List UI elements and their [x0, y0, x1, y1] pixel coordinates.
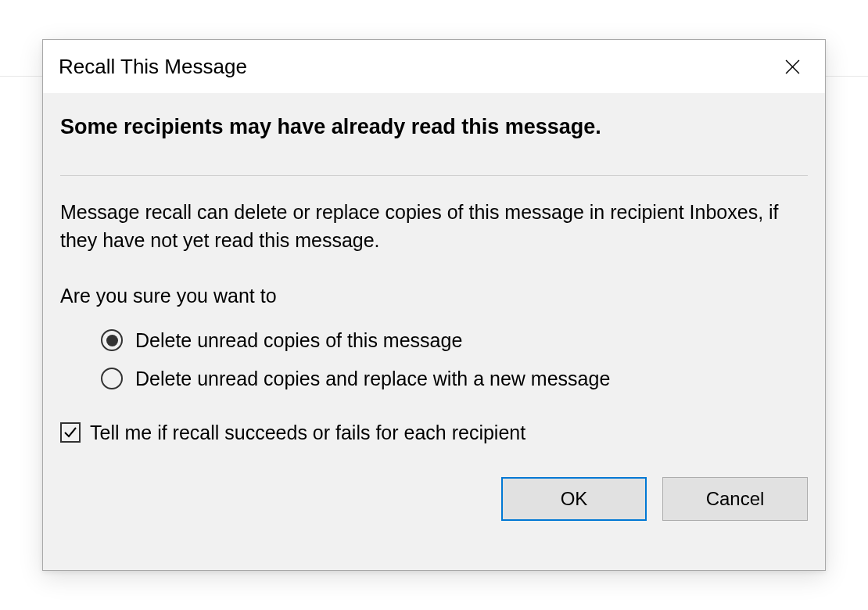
dialog-button-row: OK Cancel [60, 477, 808, 521]
ok-button-label: OK [561, 488, 588, 510]
dialog-headline: Some recipients may have already read th… [60, 115, 808, 139]
option-delete-and-replace-label: Delete unread copies and replace with a … [135, 368, 610, 390]
option-delete-unread[interactable]: Delete unread copies of this message [101, 329, 808, 352]
dialog-content: Some recipients may have already read th… [43, 93, 825, 535]
notify-checkbox[interactable]: Tell me if recall succeeds or fails for … [60, 422, 808, 444]
divider [60, 175, 808, 176]
option-delete-and-replace[interactable]: Delete unread copies and replace with a … [101, 368, 808, 390]
recall-message-dialog: Recall This Message Some recipients may … [42, 39, 826, 571]
close-button[interactable] [777, 51, 808, 82]
notify-checkbox-label: Tell me if recall succeeds or fails for … [90, 422, 525, 444]
ok-button[interactable]: OK [501, 477, 647, 521]
dialog-title: Recall This Message [59, 55, 247, 79]
radio-icon [101, 368, 123, 389]
checkmark-icon [63, 425, 78, 440]
checkbox-icon [60, 422, 81, 443]
cancel-button[interactable]: Cancel [662, 477, 808, 521]
dialog-titlebar: Recall This Message [43, 40, 825, 93]
option-delete-unread-label: Delete unread copies of this message [135, 329, 462, 352]
close-icon [784, 59, 801, 75]
recall-options-group: Delete unread copies of this message Del… [101, 329, 808, 390]
cancel-button-label: Cancel [706, 488, 765, 510]
dialog-prompt: Are you sure you want to [60, 285, 808, 307]
dialog-body-text: Message recall can delete or replace cop… [60, 198, 808, 255]
radio-icon [101, 329, 123, 351]
